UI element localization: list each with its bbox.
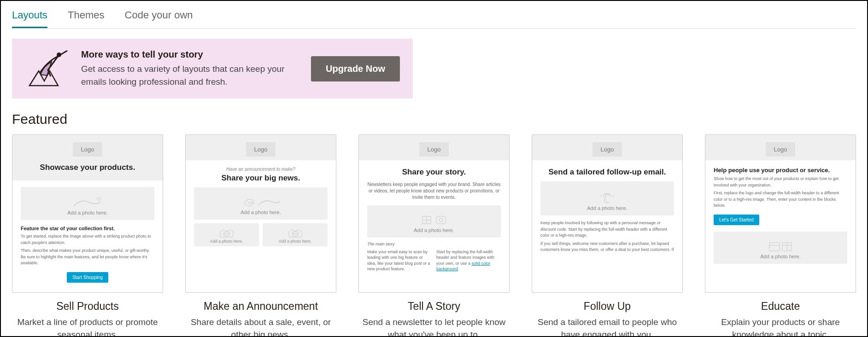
card-title: Follow Up [532, 300, 683, 313]
image-placeholder: 10% Add a photo here. [194, 187, 328, 220]
image-placeholder: Add a photo here. [714, 232, 847, 264]
svg-point-10 [439, 218, 443, 222]
svg-rect-9 [436, 216, 446, 224]
card-desc: Explain your products or share knowledge… [705, 316, 856, 337]
svg-text:10%: 10% [247, 201, 254, 204]
logo-placeholder: Logo [73, 142, 103, 157]
card-title: Educate [705, 300, 856, 313]
layout-card-educate: Logo Help people use your product or ser… [705, 134, 856, 337]
hero-illustration [25, 48, 71, 89]
banner-body: Get access to a variety of layouts that … [81, 63, 301, 88]
thumb-headline: Share your story. [367, 168, 501, 177]
thumb-headline: Send a tailored follow-up email. [540, 168, 674, 177]
thumb-col1: Make your email easy to scan by leading … [367, 250, 430, 272]
thumb-headline: Showcase your products. [20, 163, 155, 172]
section-heading-featured: Featured [12, 111, 856, 127]
layout-thumb-make-announcement[interactable]: Logo Have an announcement to make? Share… [185, 134, 336, 293]
logo-placeholder: Logo [419, 142, 449, 157]
start-shopping-button: Start Shopping [67, 272, 108, 283]
card-desc: Send a newsletter to let people know wha… [358, 316, 510, 337]
image-placeholder: 50% Add a photo here. [263, 223, 328, 246]
thumb-p1: To get started, replace the image above … [21, 233, 154, 246]
thumb-eyebrow: Have an announcement to make? [194, 167, 328, 172]
card-title: Make an Announcement [185, 300, 336, 313]
logo-placeholder: Logo [246, 142, 276, 157]
upgrade-now-button[interactable]: Upgrade Now [311, 56, 400, 81]
layout-thumb-follow-up[interactable]: Logo Send a tailored follow-up email. Ad… [532, 134, 683, 293]
svg-rect-11 [769, 243, 780, 251]
upgrade-banner: More ways to tell your story Get access … [12, 39, 413, 99]
thumb-headline: Help people use your product or service. [714, 167, 847, 174]
thumb-sub-bold: Feature the star of your collection firs… [21, 226, 154, 231]
thumb-p2: If you sell things, welcome new customer… [540, 241, 674, 253]
thumb-col-head: The main story [367, 241, 432, 247]
logo-placeholder: Logo [766, 142, 796, 157]
layout-thumb-sell-products[interactable]: Logo Showcase your products. Add a photo… [12, 134, 163, 293]
thumb-p1: Show how to get the most out of your pro… [714, 176, 847, 188]
tabs-bar: Layouts Themes Code your own [12, 6, 856, 29]
card-title: Tell A Story [358, 300, 510, 313]
layout-card-tell-a-story: Logo Share your story. Newsletters keep … [358, 134, 510, 337]
card-desc: Market a line of products or promote sea… [12, 316, 163, 337]
logo-placeholder: Logo [592, 142, 622, 157]
thumb-headline: Share your big news. [194, 174, 328, 183]
card-desc: Send a tailored email to people who have… [532, 316, 683, 337]
image-placeholder: Add a photo here. [540, 181, 674, 215]
svg-text:50%: 50% [293, 232, 299, 235]
layout-card-sell-products: Logo Showcase your products. Add a photo… [12, 134, 163, 337]
thumb-p1: Keep people involved by following up wit… [540, 220, 674, 239]
thumb-p2: First, replace the logo and change the f… [714, 190, 847, 209]
banner-title: More ways to tell your story [81, 49, 301, 60]
layout-card-follow-up: Logo Send a tailored follow-up email. Ad… [532, 134, 683, 337]
layout-cards: Logo Showcase your products. Add a photo… [12, 134, 856, 337]
image-placeholder: Add a photo here. [367, 205, 501, 238]
card-desc: Share details about a sale, event, or ot… [185, 316, 336, 337]
layout-thumb-tell-a-story[interactable]: Logo Share your story. Newsletters keep … [358, 134, 510, 293]
thumb-sub: Newsletters keep people engaged with you… [367, 181, 501, 201]
image-placeholder: Add a photo here. [21, 187, 154, 220]
card-title: Sell Products [12, 300, 163, 313]
lets-get-started-button: Let's Get Started [714, 215, 759, 225]
layout-thumb-educate[interactable]: Logo Help people use your product or ser… [705, 134, 856, 293]
tab-code-your-own[interactable]: Code your own [125, 6, 193, 28]
image-placeholder: 50% Add a photo here. [194, 223, 259, 246]
svg-text:50%: 50% [224, 232, 230, 235]
tab-layouts[interactable]: Layouts [12, 6, 47, 28]
layout-card-make-announcement: Logo Have an announcement to make? Share… [185, 134, 336, 337]
thumb-p2: Then, describe what makes your product u… [21, 248, 154, 267]
svg-point-1 [97, 198, 101, 200]
tab-themes[interactable]: Themes [68, 6, 104, 28]
